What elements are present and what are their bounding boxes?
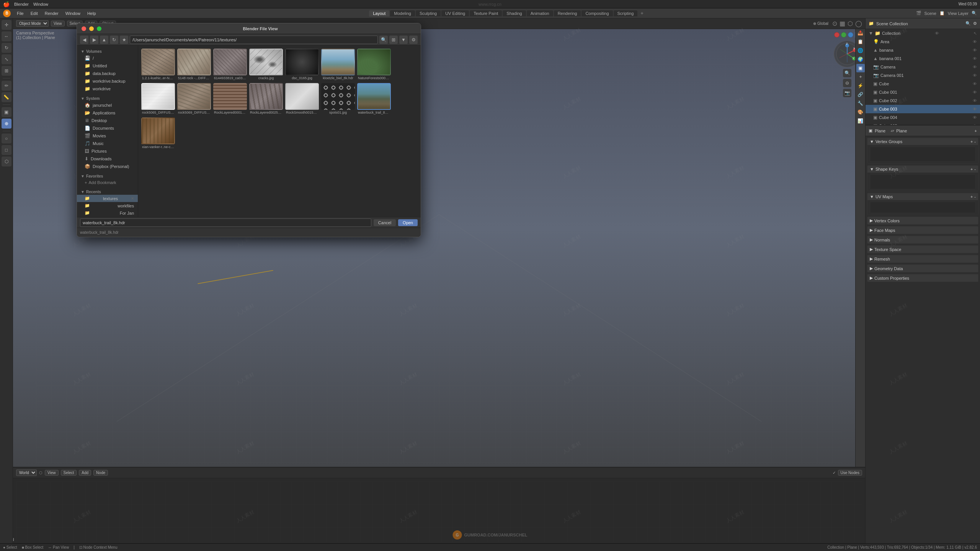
uv-maps-add[interactable]: + — [970, 194, 973, 199]
fb-thumb-11[interactable]: RockLayered0025_l.jpg — [249, 83, 283, 115]
fb-search-btn[interactable]: 🔍 — [379, 36, 388, 44]
fb-sidebar-desktop[interactable]: 🖥 Desktop — [77, 117, 138, 124]
fb-sidebar-dropbox[interactable]: 📦 Dropbox (Personal) — [77, 163, 138, 170]
fb-thumb-1[interactable]: 1.2.1-kuehic..er-NEU-3.jpg — [141, 49, 175, 81]
fb-recent-workfiles[interactable]: 📁 workfiles — [77, 202, 138, 209]
tab-shading[interactable]: Shading — [503, 10, 526, 16]
menu-edit[interactable]: Edit — [28, 10, 41, 16]
tab-compositing[interactable]: Compositing — [581, 10, 612, 16]
fb-sidebar-workdrive[interactable]: 📁 workdrive — [77, 85, 138, 93]
toolbar-rotate[interactable]: ↻ — [2, 43, 11, 53]
remesh-header[interactable]: ▶ Remesh — [867, 255, 978, 262]
tab-rendering[interactable]: Rendering — [554, 10, 581, 16]
fb-sidebar-documents[interactable]: 📄 Documents — [77, 124, 138, 132]
fb-thumb-5[interactable]: dsc_0165.jpg — [285, 49, 319, 81]
fb-sidebar-workdrive-backup[interactable]: 📁 workdrive.backup — [77, 77, 138, 85]
outliner-item-cube001[interactable]: ▣ Cube 001 👁 — [866, 88, 980, 96]
vertex-groups-add[interactable]: + — [970, 139, 973, 144]
node-world-dropdown[interactable]: World — [16, 469, 37, 476]
fb-favorites-heading[interactable]: ▼ Favorites — [77, 173, 138, 179]
cube004-vis[interactable]: 👁 — [973, 115, 977, 120]
banana001-vis[interactable]: 👁 — [973, 56, 977, 61]
menu-help[interactable]: Help — [84, 10, 99, 16]
outliner-item-cube004[interactable]: ▣ Cube 004 👁 — [866, 113, 980, 122]
tab-modeling[interactable]: Modeling — [390, 10, 415, 16]
fb-minimize-btn[interactable] — [89, 26, 94, 31]
outliner-item-cube005[interactable]: ▣ Cube 005 👁 — [866, 122, 980, 126]
fb-thumb-2[interactable]: 5148 rock -...DIFFUSE.jpg — [177, 49, 211, 81]
recent-textures-x[interactable]: ✕ — [131, 196, 134, 201]
camera-btn[interactable]: 📷 — [843, 89, 851, 97]
mode-dropdown[interactable]: Object Mode — [16, 20, 49, 27]
node-node-btn[interactable]: Node — [93, 470, 108, 476]
fb-forward-btn[interactable]: ▶ — [90, 36, 98, 44]
fb-sidebar-movies[interactable]: 🎬 Movies — [77, 132, 138, 140]
fb-up-btn[interactable]: ▲ — [100, 36, 108, 44]
viewport-icon-4[interactable]: ◯ — [855, 20, 862, 27]
viewport-icon-1[interactable]: ⊙ — [832, 20, 837, 27]
tab-layout[interactable]: Layout — [369, 10, 389, 16]
fb-sidebar-root[interactable]: 💾 / — [77, 54, 138, 62]
menu-file[interactable]: File — [14, 10, 27, 16]
fb-open-btn[interactable]: Open — [398, 219, 418, 226]
tab-sculpting[interactable]: Sculpting — [416, 10, 441, 16]
zoom-out-btn[interactable]: ⊖ — [843, 79, 851, 87]
prop-object-icon[interactable]: ▣ — [856, 64, 865, 72]
fb-thumb-8[interactable]: rock5065_DIFFUSE.jpg — [141, 83, 175, 115]
viewport-icon-3[interactable]: ⬡ — [848, 20, 853, 27]
prop-scene-icon[interactable]: 🌐 — [856, 46, 865, 55]
outliner-item-camera[interactable]: 📷 Camera 👁 — [866, 63, 980, 71]
fb-view-toggle-btn[interactable]: ⊞ — [389, 36, 398, 44]
fb-cancel-btn[interactable]: Cancel — [374, 219, 396, 226]
fb-settings-btn[interactable]: ⚙ — [409, 36, 418, 44]
fb-filename-input[interactable] — [80, 218, 371, 227]
fb-add-bookmark-btn[interactable]: + Add Bookmark — [77, 179, 138, 186]
prop-view-layer-icon[interactable]: 📋 — [856, 37, 865, 46]
banana-vis[interactable]: 👁 — [973, 48, 977, 52]
fb-bookmark-btn[interactable]: ★ — [120, 36, 128, 44]
viewport-icon-2[interactable]: ▦ — [840, 20, 845, 27]
node-add-btn[interactable]: Add — [79, 470, 91, 476]
outliner-item-cube[interactable]: ▣ Cube 👁 — [866, 80, 980, 88]
window-menu-item[interactable]: Window — [33, 2, 48, 7]
toolbar-active[interactable]: ⊕ — [2, 119, 11, 129]
toolbar-add-cube[interactable]: ▣ — [2, 107, 11, 117]
fb-refresh-btn[interactable]: ↻ — [110, 36, 118, 44]
prop-constraints-icon[interactable]: 🔗 — [856, 90, 865, 99]
shape-keys-header[interactable]: ▼ Shape Keys + - — [867, 166, 978, 173]
fb-recents-heading[interactable]: ▼ Recents — [77, 189, 138, 195]
node-canvas[interactable] — [13, 478, 865, 543]
fb-sidebar-untitled[interactable]: 📁 Untitled — [77, 62, 138, 70]
camera-vis[interactable]: 👁 — [973, 65, 977, 69]
shape-keys-add[interactable]: + — [970, 167, 973, 171]
outliner-item-banana001[interactable]: ▲ banana 001 👁 — [866, 54, 980, 63]
menu-render[interactable]: Render — [42, 10, 62, 16]
prop-physics-icon[interactable]: ⚡ — [856, 82, 865, 90]
tab-scripting[interactable]: Scripting — [614, 10, 638, 16]
fb-sidebar-data-backup[interactable]: 📁 data.backup — [77, 70, 138, 77]
prop-particles-icon[interactable]: ✦ — [856, 73, 865, 81]
toolbar-uv[interactable]: □ — [2, 145, 11, 155]
cube-vis[interactable]: 👁 — [973, 82, 977, 86]
outliner-item-cube002[interactable]: ▣ Cube 002 👁 — [866, 96, 980, 105]
vertex-groups-remove[interactable]: - — [974, 139, 976, 144]
search-icon[interactable]: 🔍 — [972, 11, 977, 16]
fb-thumb-12[interactable]: RockSmooth0015_l.jpg — [285, 83, 319, 115]
collection-vis-cursor[interactable]: ↖ — [973, 31, 977, 36]
vertex-groups-header[interactable]: ▼ Vertex Groups + - — [867, 138, 978, 145]
toolbar-weight[interactable]: ⬡ — [2, 156, 11, 166]
fb-filter-btn[interactable]: ▼ — [399, 36, 408, 44]
custom-properties-header[interactable]: ▶ Custom Properties — [867, 274, 978, 282]
area-vis[interactable]: 👁 — [973, 39, 977, 44]
outliner-item-area[interactable]: 💡 Area 👁 — [866, 37, 980, 46]
fb-sidebar-music[interactable]: 🎵 Music — [77, 140, 138, 147]
fb-recent-for-jan[interactable]: 📁 For Jan — [77, 209, 138, 217]
fb-thumb-13[interactable]: spots01.jpg — [321, 83, 355, 115]
outliner-item-cube003[interactable]: ▣ Cube 003 👁 — [866, 105, 980, 113]
fb-thumb-3[interactable]: 6144933819_ca03dba6...jpg — [213, 49, 247, 81]
outliner-item-banana[interactable]: ▲ banana 👁 — [866, 46, 980, 54]
node-select-btn[interactable]: Select — [61, 470, 77, 476]
fb-back-btn[interactable]: ◀ — [80, 36, 88, 44]
prop-modifiers-icon[interactable]: 🔧 — [856, 99, 865, 108]
global-label[interactable]: ⊕ Global — [812, 21, 830, 26]
